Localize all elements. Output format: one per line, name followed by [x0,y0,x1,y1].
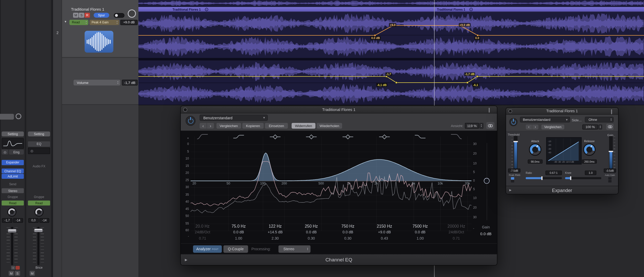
eq-band-value[interactable]: 0.71 [439,236,474,240]
eq-band-4-filter-icon[interactable] [305,133,318,141]
track-automation-value[interactable]: +9.0 dB [120,20,137,25]
eq-preset-dropdown[interactable]: Benutzerstandard ▾ [200,115,268,121]
track-automation-parameter-dropdown[interactable]: Peak 4 Gain ▲▼ [90,20,119,25]
strip2-pan-knob[interactable] [35,208,44,217]
strip2-automation-button[interactable]: Read [28,201,50,206]
track-solo-button[interactable]: S [79,13,84,18]
copy-button[interactable]: Kopieren [242,123,264,129]
strip1-pan-knob[interactable] [7,208,16,217]
track-record-button[interactable]: R [85,13,90,18]
channel-eq-window[interactable]: Traditional Flores 1 Benutzerstandard ▾ … [181,106,497,265]
eq-band-value[interactable]: 0.0 dB [403,230,438,234]
redo-button[interactable]: Wiederholen [317,123,342,129]
strip1-solo-button[interactable]: S [15,271,20,276]
track-type-button[interactable]: Spur [94,13,109,18]
knee-value[interactable]: 1.0 [585,170,596,175]
expander-window[interactable]: Traditional Flores 1 Benutzerstandard ▾ … [506,108,618,194]
strip2-pan-display[interactable]: 0,0 [28,218,39,223]
automation-value-label[interactable]: -1,7 dB [464,72,475,76]
strip1-eye-button[interactable]: ◎ [2,150,8,155]
strip1-mute-button[interactable]: M [9,271,14,276]
view-stepper[interactable]: ▲▼ [479,123,484,129]
track-mute-button[interactable]: M [73,13,79,18]
link-button[interactable] [486,122,495,129]
window-mode-icon[interactable] [489,108,489,113]
automation-value-label[interactable]: +9.0 dB [459,23,471,27]
eq-band-value[interactable]: 0.43 [367,236,402,240]
strip1-setting-button[interactable]: Setting [2,131,24,136]
strip1-record-button[interactable] [16,266,20,269]
eq-band-8-filter-icon[interactable] [450,133,463,141]
sidechain-dropdown[interactable]: Ohne ▲▼ [585,117,614,122]
eq-band-1-column[interactable]: 20.0 Hz24dB/Oct0.71 [185,224,220,244]
eq-titlebar[interactable]: Traditional Flores 1 [181,106,497,113]
expander-power-button[interactable] [509,118,518,126]
automation-value-label[interactable]: +9.0 [389,23,396,27]
strip1-input-monitor-button[interactable]: I [11,266,15,269]
eq-band-value[interactable]: 2150 Hz [367,224,402,228]
track-header[interactable]: Traditional Flores 1 M S R Spur ▼ Read ▲… [62,0,138,277]
expander-preset-dropdown[interactable]: Benutzerstandard ▾ [520,117,570,122]
processing-dropdown[interactable]: Stereo ▲▼ [278,245,310,253]
strip1-automation-button[interactable]: Read [2,201,24,206]
track-disclosure-icon[interactable]: ▼ [64,20,67,23]
eq-band-value[interactable]: 0.30 [330,236,366,240]
strip1-output-button[interactable]: Stereo [2,188,24,193]
eq-band-5-column[interactable]: 750 Hz0.0 dB0.30 [330,224,366,244]
auto-gain-toggle[interactable] [608,177,612,183]
eq-gain-slider[interactable] [484,178,489,184]
strip2-thumbnail-slot[interactable]: ◎ [28,148,50,154]
window-mode-icon[interactable] [611,109,612,114]
eq-band-5-filter-icon[interactable] [341,133,354,141]
eq-band-value[interactable]: +14.5 dB [258,230,293,234]
eq-band-value[interactable]: 7500 Hz [403,224,438,228]
eq-power-button[interactable] [186,116,196,126]
compare-button[interactable]: Vergleichen [541,124,565,129]
threshold-handle[interactable] [513,141,518,142]
eq-band-value[interactable]: 20000 Hz [439,224,474,228]
track-pan-knob[interactable] [128,9,136,18]
track-freeze-toggle[interactable] [114,13,124,18]
eq-band-value[interactable]: 20.0 Hz [185,224,220,228]
attack-value[interactable]: 98.0ms [528,160,542,164]
q-couple-button[interactable]: Q-Couple [223,245,248,253]
strip2-fader-cap[interactable] [34,228,43,232]
preset-prev-button[interactable]: ‹ [526,124,532,129]
knee-handle[interactable] [570,176,571,180]
eq-display[interactable]: +051015202530354045505560-30201050510203… [181,131,497,243]
preset-prev-button[interactable]: ‹ [200,123,207,129]
undo-button[interactable]: Widerrufen [292,123,316,129]
eq-band-2-column[interactable]: 75.0 Hz0.0 dB1.00 [221,224,256,244]
eq-band-6-column[interactable]: 2150 Hz+9.0 dB0.43 [367,224,402,244]
eq-band-value[interactable]: 24dB/Oct [439,230,474,234]
eq-band-7-column[interactable]: 7500 Hz0.0 dB1.00 [403,224,438,244]
release-value[interactable]: 260.0ms [582,160,597,164]
track-automation-mode-dropdown[interactable]: Read ▲▼ [69,20,88,25]
gain-value[interactable]: -0.5dB [604,168,616,173]
gain-handle[interactable] [609,151,613,152]
mix-stepper[interactable]: ▲▼ [598,124,602,129]
eq-band-value[interactable]: 2.30 [258,236,293,240]
strip1-eq-thumbnail[interactable] [2,138,24,149]
automation-value-label[interactable]: 0.0 [474,36,480,40]
eq-band-7-filter-icon[interactable] [414,133,427,141]
automation-value-label[interactable]: -1,7 [385,72,392,76]
eq-band-1-filter-icon[interactable] [196,133,209,141]
eq-band-value[interactable]: 1.00 [403,236,438,240]
eq-band-3-filter-icon[interactable] [269,133,282,141]
attack-knob[interactable] [529,143,541,156]
master-gain-value[interactable]: 0.0 dB [470,231,497,236]
eq-band-3-column[interactable]: 122 Hz+14.5 dB2.30 [258,224,293,244]
view-value[interactable]: 119 % [465,123,479,129]
eq-band-value[interactable]: 24dB/Oct [185,230,220,234]
strip1-fader-cap[interactable] [8,229,16,233]
track-name[interactable]: Traditional Flores 1 [71,7,125,11]
preset-next-button[interactable]: › [532,124,539,129]
eq-band-value[interactable]: 75.0 Hz [221,224,256,228]
peak-rms-toggle[interactable] [511,177,514,183]
eq-band-value[interactable]: +9.0 dB [367,230,402,234]
eq-band-value[interactable]: 0.0 dB [294,230,329,234]
strip2-mute-button[interactable]: M [30,271,35,276]
strip1-insert-slot-adlimit[interactable]: AdLimit [2,174,24,179]
automation-curves[interactable] [138,0,644,105]
